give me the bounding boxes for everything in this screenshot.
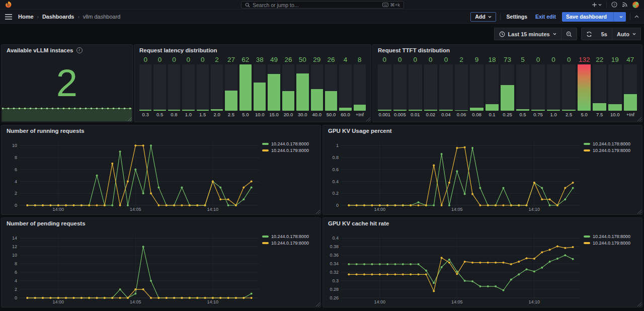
bar-track — [282, 64, 294, 111]
data-point — [518, 273, 520, 275]
bar-value: 0 — [547, 56, 560, 64]
bar-track — [225, 64, 237, 111]
news-button[interactable] — [622, 2, 628, 8]
y-axis-label: 0 — [336, 203, 339, 208]
bar-track — [239, 64, 252, 111]
bar-category-label: 0.08 — [470, 112, 484, 118]
data-point — [134, 288, 136, 290]
search-input[interactable]: Search or jump to... ⌘+k — [241, 1, 404, 9]
settings-button[interactable]: Settings — [505, 12, 529, 22]
data-point — [425, 273, 427, 275]
breadcrumb-home[interactable]: Home — [18, 14, 34, 20]
chart-legend: 10.244.0.178:800010.244.0.179:8000 — [584, 137, 639, 211]
resize-handle-icon[interactable] — [366, 117, 370, 121]
bar-column: 00.75 — [531, 56, 545, 118]
data-point — [88, 297, 90, 299]
time-range-picker[interactable]: Last 15 minutes — [495, 28, 561, 40]
add-button[interactable]: Add — [470, 12, 496, 22]
legend-item[interactable]: 10.244.0.179:8000 — [262, 148, 317, 153]
save-dashboard-button[interactable]: Save dashboard — [562, 12, 626, 22]
legend-item[interactable]: 10.244.0.178:8000 — [584, 141, 639, 146]
data-point — [57, 297, 59, 299]
data-point — [556, 258, 558, 260]
new-menu-button[interactable] — [592, 2, 602, 8]
refresh-interval-label[interactable]: 5s — [597, 28, 612, 40]
panel-title[interactable]: Available vLLM instaces i — [7, 47, 83, 53]
collapse-header-button[interactable] — [634, 15, 639, 18]
data-point — [119, 297, 121, 299]
legend-item[interactable]: 10.244.0.179:8000 — [262, 241, 317, 246]
breadcrumb-separator: › — [37, 14, 39, 20]
breadcrumb-separator: › — [77, 14, 79, 20]
resize-handle-icon[interactable] — [637, 117, 641, 121]
legend-item[interactable]: 10.244.0.178:8000 — [262, 141, 317, 146]
data-point — [441, 266, 443, 268]
bar-column: 00.001 — [378, 56, 391, 118]
panel-title[interactable]: Request TTFT distribution — [378, 47, 450, 53]
bar-fill — [547, 110, 560, 111]
y-axis-label: 10 — [12, 143, 17, 148]
auto-refresh-picker[interactable]: Auto — [612, 28, 640, 40]
legend-item[interactable]: 10.244.0.179:8000 — [584, 241, 639, 246]
bar-category-label: 7.5 — [593, 112, 606, 118]
data-point — [111, 163, 113, 165]
bar-value: 2 — [455, 56, 468, 64]
data-point — [49, 204, 51, 206]
legend-item[interactable]: 10.244.0.178:8000 — [262, 234, 317, 239]
bar-track — [593, 64, 606, 111]
legend-item[interactable]: 10.244.0.179:8000 — [584, 148, 639, 153]
panel-title[interactable]: Number of running requests — [7, 128, 85, 134]
y-axis-label: 6 — [15, 270, 17, 275]
dashboard-header-bar: Home › Dashboards › vllm dashboard Add S… — [0, 10, 644, 24]
data-point — [456, 170, 458, 172]
bar-fill — [516, 109, 530, 111]
data-point — [549, 198, 551, 200]
user-avatar[interactable] — [632, 2, 639, 8]
menu-toggle-button[interactable] — [5, 14, 12, 20]
bar-category-label: 2.0 — [211, 112, 223, 118]
zoom-out-icon — [566, 31, 572, 37]
chart-legend: 10.244.0.178:800010.244.0.179:8000 — [262, 137, 317, 211]
legend-series-name: 10.244.0.179:8000 — [593, 241, 630, 246]
breadcrumb-dashboards[interactable]: Dashboards — [42, 14, 74, 20]
panel-title[interactable]: Number of pending requests — [7, 220, 86, 226]
help-button[interactable]: ? — [611, 2, 617, 8]
data-point — [441, 257, 443, 259]
panel-title[interactable]: GPU KV Usage percent — [328, 128, 392, 134]
data-point — [157, 204, 159, 206]
panel-gpu-kv-usage: GPU KV Usage percent 00.20.40.60.8114:00… — [323, 125, 642, 215]
data-point — [410, 263, 412, 265]
data-point — [173, 204, 175, 206]
zoom-out-button[interactable] — [561, 28, 577, 40]
info-icon[interactable]: i — [76, 47, 83, 53]
legend-item[interactable]: 10.244.0.178:8000 — [584, 234, 639, 239]
panel-title[interactable]: Request latency distribution — [139, 47, 217, 53]
timeseries-chart: 0246810121414:0014:0514:10 10.244.0.178:… — [5, 230, 317, 304]
chevron-down-icon — [553, 33, 556, 35]
stat-sparkline — [2, 108, 132, 121]
legend-series-name: 10.244.0.178:8000 — [593, 234, 630, 239]
bar-value: 0 — [168, 56, 180, 64]
data-point — [42, 297, 44, 299]
bar-column: 2620.0 — [282, 56, 294, 118]
bar-fill — [182, 110, 194, 111]
data-point — [564, 254, 566, 256]
y-axis-label: 0.26 — [330, 295, 339, 300]
panel-title[interactable]: GPU KV cache hit rate — [328, 220, 389, 226]
legend-series-color — [262, 149, 269, 151]
exit-edit-button[interactable]: Exit edit — [533, 12, 558, 22]
grafana-logo-icon[interactable] — [5, 1, 12, 8]
bar-fill — [409, 110, 422, 111]
x-axis-label: 14:05 — [451, 299, 463, 304]
bar-fill — [378, 110, 391, 111]
bar-track — [608, 64, 622, 111]
data-point — [356, 273, 358, 275]
data-point — [80, 297, 83, 299]
y-axis-label: 2 — [15, 191, 17, 196]
bar-column: 22.0 — [211, 56, 223, 118]
data-point — [410, 273, 412, 275]
panel-request-ttft: Request TTFT distribution 00.00100.00500… — [372, 44, 642, 122]
bar-track — [547, 64, 560, 111]
refresh-button[interactable] — [582, 28, 597, 40]
search-shortcut: ⌘+k — [382, 2, 400, 8]
